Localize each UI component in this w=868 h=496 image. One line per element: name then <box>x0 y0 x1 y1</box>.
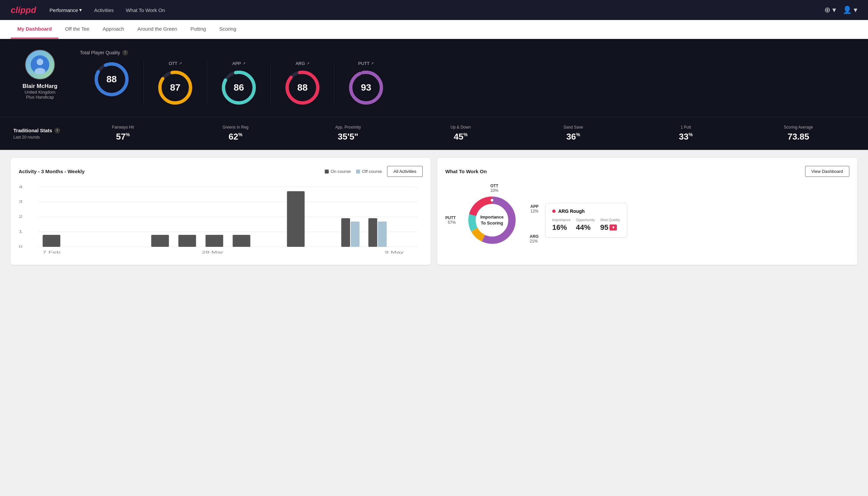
tab-off-the-tee[interactable]: Off the Tee <box>58 20 96 38</box>
tab-around-the-green[interactable]: Around the Green <box>130 20 184 38</box>
putt-score-value: 93 <box>361 82 371 93</box>
legend-on-course: On course <box>325 169 351 174</box>
putt-item: PUTT ↗ 93 <box>334 61 398 106</box>
svg-text:Importance: Importance <box>480 215 504 219</box>
shot-quality-badge: ▼ <box>610 224 617 231</box>
putt-label: PUTT ↗ <box>358 61 374 66</box>
svg-rect-24 <box>151 235 169 247</box>
stat-app-proximity-value: 35'5" <box>292 131 404 142</box>
metric-shot-quality: Shot Quality 95 ▼ <box>600 218 620 232</box>
importance-label: Importance <box>552 218 571 222</box>
bar-chart-container: 0 1 2 3 4 <box>19 184 423 257</box>
ott-arrow-icon: ↗ <box>179 61 182 66</box>
top-nav: clippd Performance ▾ Activities What To … <box>0 0 868 20</box>
what-panel-title: What To Work On <box>445 169 487 174</box>
stat-app-proximity: App. Proximity 35'5" <box>292 125 404 142</box>
stat-greens-in-reg: Greens In Reg 62% <box>179 125 292 142</box>
app-score-value: 86 <box>234 82 244 93</box>
traditional-stats: Traditional Stats ? Last 20 rounds Fairw… <box>0 117 868 150</box>
stat-up-down-value: 45% <box>404 131 517 142</box>
chart-legend: On course Off course <box>325 169 382 174</box>
svg-text:2: 2 <box>19 215 23 219</box>
trad-label-area: Traditional Stats ? Last 20 rounds <box>13 128 67 140</box>
shot-quality-value: 95 ▼ <box>600 223 620 232</box>
arg-arrow-icon: ↗ <box>306 61 310 66</box>
all-activities-button[interactable]: All Activities <box>387 166 423 177</box>
svg-rect-23 <box>43 235 60 247</box>
main-ring: 88 <box>93 61 130 98</box>
svg-text:To Scoring: To Scoring <box>481 220 503 226</box>
arg-ring: 88 <box>284 69 321 106</box>
putt-donut-label: PUTT 57% <box>445 216 456 225</box>
opportunity-label: Opportunity <box>576 218 595 222</box>
main-score-item: 88 <box>80 61 144 106</box>
ott-donut-label: OTT 10% <box>490 184 498 193</box>
app-label: APP ↗ <box>232 61 245 66</box>
svg-rect-32 <box>378 221 387 247</box>
ott-item: OTT ↗ 87 <box>144 61 207 106</box>
svg-rect-29 <box>342 218 350 247</box>
svg-text:7 Feb: 7 Feb <box>43 250 60 254</box>
stat-sand-save: Sand Save 36% <box>517 125 630 142</box>
legend-on-course-dot <box>325 170 329 173</box>
nav-performance[interactable]: Performance ▾ <box>50 7 82 13</box>
arg-score-value: 88 <box>297 82 307 93</box>
logo[interactable]: clippd <box>11 5 36 15</box>
svg-rect-28 <box>287 191 305 247</box>
stat-greens-in-reg-value: 62% <box>179 131 292 142</box>
stat-fairways-hit-label: Fairways Hit <box>67 125 179 129</box>
svg-text:0: 0 <box>19 245 23 249</box>
svg-point-1 <box>37 59 43 65</box>
user-button[interactable]: 👤 ▾ <box>843 6 857 14</box>
stat-up-down-label: Up & Down <box>404 125 517 129</box>
hero-section: Blair McHarg United Kingdom Plus Handica… <box>0 39 868 117</box>
ott-label: OTT ↗ <box>169 61 182 66</box>
svg-text:9 May: 9 May <box>385 250 404 254</box>
avatar <box>25 50 55 80</box>
donut-wrapper: PUTT 57% OTT 10% APP 12% ARG 21% <box>445 184 539 257</box>
svg-text:4: 4 <box>19 185 23 189</box>
tab-my-dashboard[interactable]: My Dashboard <box>11 20 58 38</box>
stat-up-down: Up & Down 45% <box>404 125 517 142</box>
player-name: Blair McHarg <box>23 83 58 90</box>
info-card: ARG Rough Importance 16% Opportunity 44%… <box>545 203 627 237</box>
player-country: United Kingdom <box>25 90 56 95</box>
stat-scoring-average-value: 73.85 <box>742 131 855 142</box>
tab-approach[interactable]: Approach <box>96 20 130 38</box>
svg-rect-25 <box>178 235 196 247</box>
svg-text:28 Mar: 28 Mar <box>202 250 223 254</box>
putt-ring: 93 <box>348 69 384 106</box>
metric-opportunity: Opportunity 44% <box>576 218 595 232</box>
shot-quality-label: Shot Quality <box>600 218 620 222</box>
what-panel-header: What To Work On View Dashboard <box>445 166 849 177</box>
nav-activities[interactable]: Activities <box>94 7 114 13</box>
activity-chart-title: Activity - 3 Months - Weekly <box>19 169 84 174</box>
arg-donut-label: ARG 21% <box>530 234 539 244</box>
what-to-work-panel: What To Work On View Dashboard PUTT 57% … <box>437 158 857 265</box>
view-dashboard-button[interactable]: View Dashboard <box>805 166 849 177</box>
svg-rect-27 <box>233 235 251 247</box>
arg-label: ARG ↗ <box>296 61 309 66</box>
app-donut-label: APP 12% <box>530 204 539 214</box>
importance-value: 16% <box>552 223 571 232</box>
info-card-title: ARG Rough <box>552 208 620 214</box>
stat-scoring-average-label: Scoring Average <box>742 125 855 129</box>
stat-1-putt-value: 33% <box>630 131 742 142</box>
app-ring: 86 <box>221 69 257 106</box>
tab-bar: My Dashboard Off the Tee Approach Around… <box>0 20 868 39</box>
nav-right: ⊕ ▾ 👤 ▾ <box>824 6 857 14</box>
stat-sand-save-label: Sand Save <box>517 125 630 129</box>
svg-text:3: 3 <box>19 200 23 204</box>
stat-greens-in-reg-label: Greens In Reg <box>179 125 292 129</box>
metric-importance: Importance 16% <box>552 218 571 232</box>
main-score-value: 88 <box>106 74 116 84</box>
info-dot-icon <box>552 210 556 213</box>
trad-title: Traditional Stats ? <box>13 128 67 134</box>
add-button[interactable]: ⊕ ▾ <box>824 6 836 14</box>
svg-rect-30 <box>351 221 360 247</box>
info-metrics: Importance 16% Opportunity 44% Shot Qual… <box>552 218 620 232</box>
tab-scoring[interactable]: Scoring <box>212 20 243 38</box>
tab-putting[interactable]: Putting <box>184 20 213 38</box>
nav-what-to-work-on[interactable]: What To Work On <box>126 7 165 13</box>
stat-scoring-average: Scoring Average 73.85 <box>742 125 855 142</box>
